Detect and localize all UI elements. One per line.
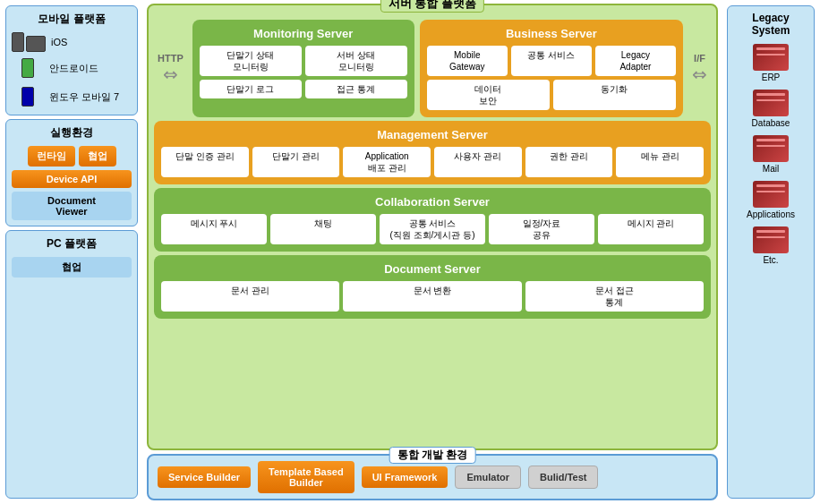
ios-device-icons <box>12 32 46 52</box>
collab-item-2: 공통 서비스 (직원 조회/게시관 등) <box>380 214 485 244</box>
runtime-box: 실행환경 런타임 협업 Device API Document Viewer <box>5 119 138 226</box>
build-test-btn[interactable]: Bulid/Test <box>528 466 598 489</box>
server-integration-platform: 서버 통합 플랫폼 HTTP ⇔ Monitoring Server 단말기 상… <box>147 4 718 450</box>
mgmt-item-3: 사용자 관리 <box>434 147 522 177</box>
legacy-item-etc: Etc. <box>753 226 789 265</box>
mobile-devices: iOS 안드로이드 윈도우 모바일 7 <box>12 32 132 109</box>
pc-collab-label: 협업 <box>62 261 81 272</box>
top-servers-row: HTTP ⇔ Monitoring Server 단말기 상태 모니터링 서버 … <box>154 20 711 117</box>
business-item-1: 공통 서비스 <box>511 46 592 76</box>
pc-collab-box: 협업 <box>12 257 132 278</box>
monitoring-grid: 단말기 상태 모니터링 서버 상태 모니터링 단말기 로그 접근 통계 <box>200 46 407 98</box>
management-server: Management Server 단말 인증 관리 단말기 관리 Applic… <box>154 121 711 184</box>
ui-framework-btn[interactable]: UI Framework <box>362 466 448 488</box>
apps-server-icon <box>753 181 789 208</box>
if-arrows: ⇔ <box>692 64 707 85</box>
doc-viewer-label: Document Viewer <box>47 195 96 217</box>
if-label: I/F <box>694 53 705 64</box>
business-item-3: 데이터 보안 <box>427 80 550 110</box>
mgmt-item-0: 단말 인증 관리 <box>161 147 249 177</box>
business-item-0: Mobile Gateway <box>427 46 508 76</box>
management-server-title: Management Server <box>161 128 704 141</box>
windows-device-row: 윈도우 모바일 7 <box>12 84 132 109</box>
android-label: 안드로이드 <box>49 62 98 75</box>
runtime-buttons: 런타임 협업 <box>12 146 132 167</box>
mail-server-icon <box>753 135 789 162</box>
monitoring-item-2: 단말기 로그 <box>200 80 302 98</box>
http-arrow-area: HTTP ⇔ <box>154 20 187 117</box>
collab-item-0: 메시지 푸시 <box>161 214 267 244</box>
business-item-2: Legacy Adapter <box>595 46 676 76</box>
dev-env-row: 통합 개발 환경 Service Builder Template Based … <box>147 454 718 500</box>
doc-item-1: 문서 변환 <box>343 281 521 312</box>
business-server-title: Business Server <box>427 27 676 40</box>
mail-label: Mail <box>763 164 779 174</box>
android-icon <box>21 58 34 78</box>
business-grid-row1: Mobile Gateway 공통 서비스 Legacy Adapter <box>427 46 676 76</box>
runtime-button[interactable]: 런타임 <box>28 146 75 167</box>
monitoring-item-0: 단말기 상태 모니터링 <box>200 46 302 76</box>
collab-item-1: 채팅 <box>270 214 376 244</box>
template-builder-btn[interactable]: Template Based Builder <box>258 461 354 493</box>
platform-title: 서버 통합 플랫폼 <box>380 0 484 13</box>
windows-label: 윈도우 모바일 7 <box>49 90 119 104</box>
emulator-btn[interactable]: Emulator <box>455 466 521 489</box>
document-server: Document Server 문서 관리 문서 변환 문서 접근 통계 <box>154 255 711 319</box>
legacy-system-box: Legacy System ERP Database Mail Applicat… <box>727 5 815 499</box>
service-builder-btn[interactable]: Service Builder <box>158 466 251 488</box>
ios-label: iOS <box>51 37 67 47</box>
device-api-button[interactable]: Device API <box>12 170 132 188</box>
mgmt-item-1: 단말기 관리 <box>252 147 340 177</box>
collab-button[interactable]: 협업 <box>79 146 116 167</box>
document-server-title: Document Server <box>161 262 704 276</box>
etc-server-icon <box>753 226 789 253</box>
db-label: Database <box>752 118 790 128</box>
legacy-item-erp: ERP <box>753 44 789 82</box>
doc-viewer-box: Document Viewer <box>12 192 132 220</box>
etc-label: Etc. <box>763 255 778 265</box>
android-device-row: 안드로이드 <box>12 56 132 81</box>
if-arrow-area: I/F ⇔ <box>688 20 711 117</box>
mobile-platform-box: 모바일 플랫폼 iOS 안드로이드 <box>5 5 138 115</box>
legacy-items: ERP Database Mail Applications Etc. <box>733 44 808 265</box>
doc-item-0: 문서 관리 <box>161 281 339 312</box>
legacy-item-apps: Applications <box>747 181 795 219</box>
mgmt-item-2: Application 배포 관리 <box>343 147 431 177</box>
collab-grid: 메시지 푸시 채팅 공통 서비스 (직원 조회/게시관 등) 일정/자료 공유 … <box>161 214 704 244</box>
management-grid: 단말 인증 관리 단말기 관리 Application 배포 관리 사용자 관리… <box>161 147 704 177</box>
mgmt-item-5: 메뉴 관리 <box>616 147 704 177</box>
legacy-item-db: Database <box>752 90 790 128</box>
pc-platform-box: PC 플랫폼 협업 <box>5 230 138 499</box>
monitoring-item-3: 접근 통계 <box>305 80 407 98</box>
collab-item-3: 일정/자료 공유 <box>489 214 594 244</box>
collaboration-server: Collaboration Server 메시지 푸시 채팅 공통 서비스 (직… <box>154 188 711 252</box>
pc-platform-title: PC 플랫폼 <box>12 236 132 252</box>
business-grid-row2: 데이터 보안 동기화 <box>427 80 676 110</box>
http-arrows: ⇔ <box>163 64 178 85</box>
ios-device-row: iOS <box>12 32 132 52</box>
doc-item-2: 문서 접근 통계 <box>525 281 704 312</box>
windows-device-icon <box>12 84 44 109</box>
windows-phone-icon <box>21 87 34 107</box>
middle-column: 서버 통합 플랫폼 HTTP ⇔ Monitoring Server 단말기 상… <box>143 0 722 504</box>
business-item-4: 동기화 <box>553 80 676 110</box>
db-server-icon <box>753 90 789 116</box>
left-column: 모바일 플랫폼 iOS 안드로이드 <box>0 0 143 504</box>
legacy-system-title: Legacy System <box>733 12 808 37</box>
collab-item-4: 메시지 관리 <box>598 214 704 244</box>
collaboration-server-title: Collaboration Server <box>161 195 704 209</box>
mobile-platform-title: 모바일 플랫폼 <box>12 12 132 27</box>
right-column: Legacy System ERP Database Mail Applicat… <box>722 0 820 504</box>
monitoring-item-1: 서버 상태 모니터링 <box>305 46 407 76</box>
dev-env-title: 통합 개발 환경 <box>389 447 476 464</box>
apps-label: Applications <box>747 209 795 219</box>
mgmt-item-4: 권한 관리 <box>525 147 613 177</box>
phone-icon <box>12 32 24 52</box>
erp-server-icon <box>753 44 789 71</box>
android-device-icon <box>12 56 44 81</box>
erp-label: ERP <box>762 73 781 82</box>
monitoring-server: Monitoring Server 단말기 상태 모니터링 서버 상태 모니터링… <box>192 20 414 117</box>
doc-grid: 문서 관리 문서 변환 문서 접근 통계 <box>161 281 704 312</box>
business-server: Business Server Mobile Gateway 공통 서비스 Le… <box>420 20 683 117</box>
http-label: HTTP <box>158 53 184 64</box>
